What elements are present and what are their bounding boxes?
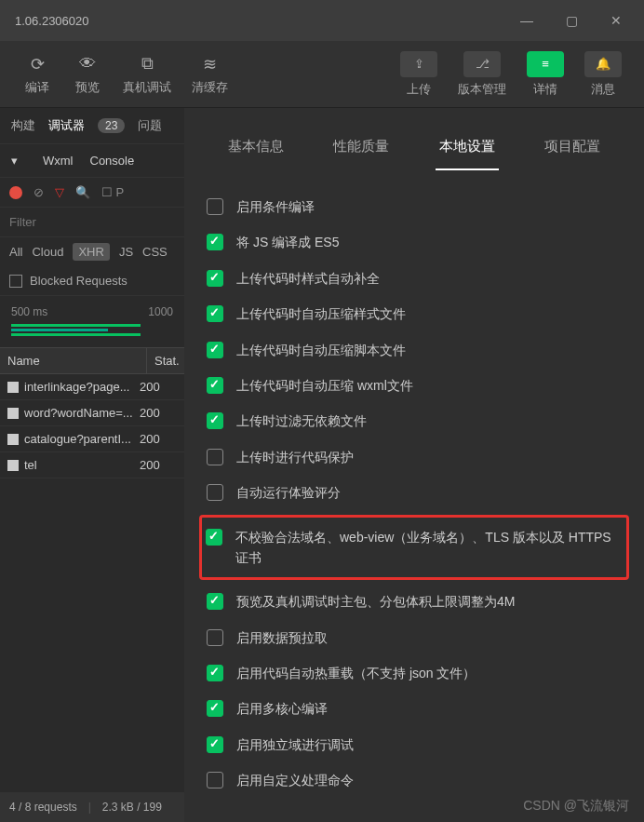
option-row: 启用自定义处理命令 [207,762,622,798]
option-checkbox[interactable] [207,593,223,610]
filter-input[interactable]: Filter [9,215,36,229]
option-checkbox[interactable] [207,629,223,646]
branch-icon: ⎇ [463,51,501,77]
option-row: 启用数据预拉取 [207,620,622,655]
file-icon [7,434,19,445]
timeline: 500 ms1000 [0,296,184,347]
option-checkbox[interactable] [207,270,223,287]
details-button[interactable]: ≡详情 [519,47,571,101]
option-checkbox[interactable] [207,198,223,215]
request-name: catalogue?parentI... [24,432,140,446]
option-label: 启用代码自动热重载（不支持 json 文件） [236,663,476,683]
filter-cloud[interactable]: Cloud [32,245,63,259]
filter-css[interactable]: CSS [142,245,168,259]
option-label: 不校验合法域名、web-view（业务域名）、TLS 版本以及 HTTPS 证书 [235,527,617,569]
blocked-checkbox[interactable] [9,275,22,288]
requests-list: interlinkage?page...200word?wordName=...… [0,374,184,478]
preview-button[interactable]: 👁预览 [65,49,110,100]
option-label: 启用自定义处理命令 [236,770,354,790]
request-name: tel [24,458,140,472]
request-status: 200 [140,432,177,446]
option-checkbox[interactable] [207,234,223,250]
request-status: 200 [140,406,177,420]
settings-tabs: 基本信息 性能质量 本地设置 项目配置 [184,108,644,170]
tab-wxml[interactable]: Wxml [43,154,74,168]
app-version: 1.06.2306020 [15,14,89,28]
option-checkbox[interactable] [207,665,223,681]
option-label: 启用数据预拉取 [236,627,328,648]
option-checkbox[interactable] [207,342,223,358]
option-row: 上传时过滤无依赖文件 [207,403,622,438]
request-row[interactable]: tel200 [0,452,184,478]
checkbox-p[interactable]: ☐ P [101,185,124,199]
tab-project[interactable]: 项目配置 [541,130,604,170]
bell-icon: 🔔 [584,51,622,77]
filter-all[interactable]: All [9,245,22,259]
tab-build[interactable]: 构建 [11,117,35,134]
highlighted-option: 不校验合法域名、web-view（业务域名）、TLS 版本以及 HTTPS 证书 [199,515,629,581]
option-checkbox[interactable] [207,305,223,322]
clear-icon[interactable]: ⊘ [34,185,44,199]
devtools-panel: 构建 调试器 23 问题 ▾ Wxml Console ⊘ ▽ 🔍 ☐ P Fi… [0,108,184,822]
messages-button[interactable]: 🔔消息 [577,47,629,101]
tab-console[interactable]: Console [90,154,135,168]
option-row: 上传时进行代码保护 [207,439,622,475]
refresh-icon: ⟳ [31,53,45,75]
request-row[interactable]: word?wordName=...200 [0,400,184,426]
minimize-button[interactable]: — [506,7,547,34]
option-checkbox[interactable] [206,529,222,546]
maximize-button[interactable]: ▢ [551,7,592,34]
option-checkbox[interactable] [207,484,223,501]
compile-button[interactable]: ⟳编译 [15,49,60,100]
option-label: 上传代码时自动压缩脚本文件 [236,340,406,360]
option-row: 上传代码时样式自动补全 [207,261,622,296]
option-row: 启用多核心编译 [207,691,622,726]
dropdown-icon[interactable]: ▾ [11,154,26,168]
option-checkbox[interactable] [207,377,223,394]
blocked-label: Blocked Requests [30,274,127,288]
option-row: 预览及真机调试时主包、分包体积上限调整为4M [207,584,622,619]
file-icon [7,460,19,471]
option-checkbox[interactable] [207,412,223,429]
version-button[interactable]: ⎇版本管理 [450,47,514,101]
option-checkbox[interactable] [207,449,223,465]
requests-header: Name Stat. [0,347,184,374]
request-row[interactable]: catalogue?parentI...200 [0,426,184,452]
option-checkbox[interactable] [207,772,223,788]
options-list: 启用条件编译将 JS 编译成 ES5上传代码时样式自动补全上传代码时自动压缩样式… [184,170,644,819]
eye-icon: 👁 [79,53,96,75]
option-row: 启用独立域进行调试 [207,727,622,762]
option-checkbox[interactable] [207,700,223,717]
request-name: interlinkage?page... [24,380,140,394]
tab-basic[interactable]: 基本信息 [224,130,288,170]
record-button[interactable] [9,186,22,199]
option-label: 上传代码时样式自动补全 [236,268,380,289]
main-toolbar: ⟳编译 👁预览 ⧉真机调试 ≋清缓存 ⇪上传 ⎇版本管理 ≡详情 🔔消息 [0,41,644,108]
option-checkbox[interactable] [207,736,223,753]
tab-issues[interactable]: 问题 [138,117,162,134]
option-label: 预览及真机调试时主包、分包体积上限调整为4M [236,591,515,612]
watermark: CSDN @飞流银河 [523,798,629,815]
filter-xhr[interactable]: XHR [73,243,109,261]
option-label: 启用独立域进行调试 [236,734,354,755]
titlebar: 1.06.2306020 — ▢ ✕ [0,0,644,41]
menu-icon: ≡ [527,51,564,77]
request-status: 200 [140,458,177,472]
tab-local[interactable]: 本地设置 [436,130,499,170]
real-debug-button[interactable]: ⧉真机调试 [115,49,179,100]
tab-perf[interactable]: 性能质量 [329,130,393,170]
close-button[interactable]: ✕ [596,7,637,34]
option-label: 上传代码时自动压缩样式文件 [236,303,406,324]
clear-cache-button[interactable]: ≋清缓存 [184,49,235,100]
filter-icon[interactable]: ▽ [55,185,64,199]
option-label: 启用多核心编译 [236,698,328,719]
settings-panel: 基本信息 性能质量 本地设置 项目配置 启用条件编译将 JS 编译成 ES5上传… [184,108,644,822]
request-row[interactable]: interlinkage?page...200 [0,374,184,400]
search-icon[interactable]: 🔍 [75,185,90,199]
option-label: 上传时过滤无依赖文件 [236,411,367,431]
filter-js[interactable]: JS [119,245,133,259]
upload-button[interactable]: ⇪上传 [393,47,445,101]
option-label: 上传代码时自动压缩 wxml文件 [236,375,413,396]
tab-debugger[interactable]: 调试器 [48,117,85,134]
file-icon [7,382,19,393]
